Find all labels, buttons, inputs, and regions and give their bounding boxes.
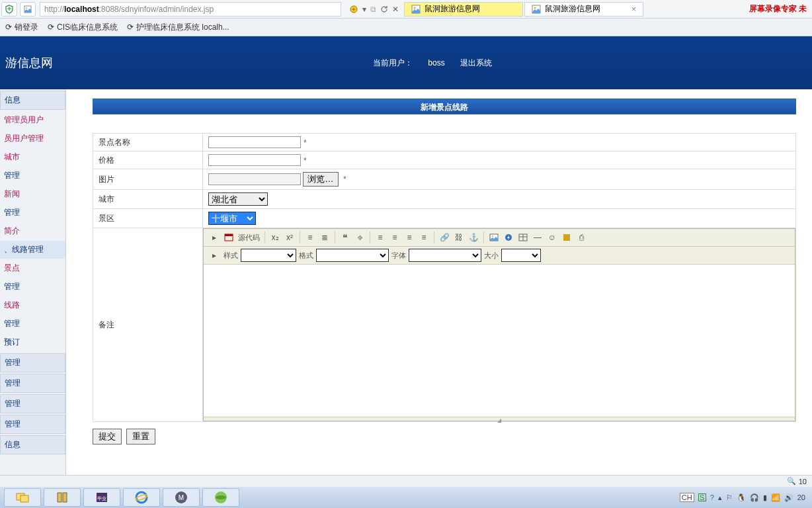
browse-button[interactable]: 浏览… [303, 172, 338, 187]
smiley-icon[interactable]: ☺ [546, 231, 559, 244]
sidebar-item[interactable]: 管理 [0, 374, 65, 393]
sidebar-item[interactable]: 城市 [0, 148, 65, 167]
fav-item[interactable]: ⟳CIS临床信息系统 [48, 22, 118, 33]
compat-icon[interactable] [349, 5, 358, 14]
price-input[interactable] [208, 154, 301, 166]
shield-icon[interactable] [1, 2, 17, 17]
sidebar-item[interactable]: 信息 [0, 435, 65, 454]
page-icon[interactable] [20, 2, 36, 17]
taskbar: 毕业 M CH S ? ▴ ⚐ 🐧 🎧 ▮ 📶 🔊 20 [0, 487, 812, 487]
quote-icon[interactable]: ❝ [339, 231, 352, 244]
collapse-icon[interactable]: ▸ [208, 231, 221, 244]
sidebar-item[interactable]: 简介 [0, 222, 65, 241]
scenic-select[interactable]: 十堰市 [208, 212, 256, 225]
main-content: 新增景点线路 景点名称 * 价格 * 图片 浏览… * 城市 湖北省 [66, 89, 812, 487]
sidebar-item[interactable]: 管理 [0, 394, 65, 413]
font-select[interactable] [409, 249, 481, 262]
dropdown-icon[interactable]: ▾ [362, 5, 366, 14]
form-table: 景点名称 * 价格 * 图片 浏览… * 城市 湖北省 景区 [93, 133, 796, 422]
svg-point-4 [414, 7, 416, 9]
app-header: 游信息网 当前用户： boss 退出系统 [0, 36, 812, 89]
submit-button[interactable]: 提交 [93, 429, 122, 444]
unlink-icon[interactable]: ⛓ [452, 231, 466, 244]
zoom-icon[interactable]: 🔍 [787, 477, 796, 486]
fav-icon: ⟳ [127, 22, 134, 32]
label-image: 图片 [93, 169, 203, 190]
editor-resize-handle[interactable]: ◢ [204, 417, 795, 421]
sidebar-item[interactable]: 管理 [0, 415, 65, 434]
panel-title: 新增景点线路 [93, 99, 796, 114]
sidebar-item[interactable]: 新闻 [0, 185, 65, 204]
name-input[interactable] [208, 136, 301, 148]
label-scenic: 景区 [93, 209, 203, 228]
fav-icon: ⟳ [5, 22, 12, 32]
stop-icon[interactable]: ✕ [392, 5, 399, 14]
current-user-label: 当前用户： [373, 58, 413, 67]
source-icon[interactable] [222, 231, 235, 244]
sidebar-item[interactable]: 管理 [0, 167, 65, 185]
image-icon[interactable] [487, 231, 501, 244]
specialchar-icon[interactable] [560, 231, 573, 244]
sidebar-item[interactable]: 、线路管理 [0, 241, 65, 259]
sidebar-item[interactable]: 景点 [0, 259, 65, 278]
link-icon[interactable]: 🔗 [438, 231, 451, 244]
svg-point-10 [492, 235, 493, 237]
browser-chrome: http://localhost:8088/sdnyinfow/admin/in… [0, 0, 812, 36]
align-left-icon[interactable]: ≡ [374, 231, 387, 244]
anchor-icon[interactable]: ⚓ [467, 231, 480, 244]
fav-item[interactable]: ⟳护理临床信息系统 localh... [127, 22, 229, 33]
refresh-icon[interactable] [380, 5, 388, 13]
tab-title: 鼠洞旅游信息网 [545, 3, 600, 15]
browser-tab[interactable]: 鼠洞旅游信息网 [404, 2, 523, 17]
sidebar-item[interactable]: 信息 [0, 91, 65, 110]
sidebar-item[interactable]: 管理 [0, 353, 65, 372]
logout-link[interactable]: 退出系统 [460, 58, 492, 67]
close-icon[interactable]: × [631, 5, 636, 14]
editor-toolbar-1: ▸ 源代码 x₂ x² ≡ ≣ ❝ ⎆ [204, 229, 795, 247]
browser-tab[interactable]: 鼠洞旅游信息网 × [524, 2, 643, 17]
reset-button[interactable]: 重置 [126, 429, 155, 444]
pagebreak-icon[interactable]: ⎙ [575, 231, 588, 244]
fav-item[interactable]: ⟳销登录 [5, 22, 38, 33]
current-user: boss [428, 58, 444, 67]
ol-icon[interactable]: ≡ [304, 231, 317, 244]
sidebar-item[interactable]: 预订 [0, 333, 65, 352]
div-icon[interactable]: ⎆ [353, 231, 366, 244]
header-user-info: 当前用户： boss 退出系统 [53, 58, 812, 69]
sidebar-item[interactable]: 管理 [0, 315, 65, 333]
editor-content[interactable] [204, 265, 795, 417]
image-path-input[interactable] [208, 173, 301, 185]
collapse-icon[interactable]: ▸ [208, 249, 221, 262]
align-right-icon[interactable]: ≡ [403, 231, 416, 244]
sup-icon[interactable]: x² [283, 231, 296, 244]
ul-icon[interactable]: ≣ [318, 231, 331, 244]
svg-point-1 [26, 7, 27, 9]
sidebar-item[interactable]: 管理员用户 [0, 111, 65, 130]
style-label: 样式 [223, 251, 238, 261]
main-layout: 信息管理员用户员用户管理城市管理新闻管理简介、线路管理景点管理线路管理预订管理管… [0, 89, 812, 487]
tab-title: 鼠洞旅游信息网 [425, 3, 480, 15]
sidebar-item[interactable]: 员用户管理 [0, 130, 65, 148]
sidebar-item[interactable]: 线路 [0, 296, 65, 315]
align-justify-icon[interactable]: ≡ [417, 231, 430, 244]
style-select[interactable] [241, 249, 296, 262]
flash-icon[interactable] [502, 231, 515, 244]
svg-point-6 [534, 7, 536, 9]
address-bar[interactable]: http://localhost:8088/sdnyinfow/admin/in… [40, 2, 341, 17]
addr-tools: ▾ ⧉ ✕ [349, 5, 399, 14]
format-select[interactable] [316, 249, 389, 262]
size-select[interactable] [501, 249, 541, 262]
sidebar-item[interactable]: 管理 [0, 278, 65, 296]
browser-tabs: 鼠洞旅游信息网 鼠洞旅游信息网 × [404, 2, 645, 17]
address-row: http://localhost:8088/sdnyinfow/admin/in… [0, 0, 812, 19]
rss-icon[interactable]: ⧉ [370, 5, 376, 14]
city-select[interactable]: 湖北省 [208, 192, 268, 206]
browser-statusbar: 🔍 10 [0, 475, 812, 487]
hr-icon[interactable]: — [531, 231, 544, 244]
table-icon[interactable] [516, 231, 530, 244]
sub-icon[interactable]: x₂ [268, 231, 282, 244]
label-city: 城市 [93, 190, 203, 209]
sidebar-item[interactable]: 管理 [0, 204, 65, 222]
align-center-icon[interactable]: ≡ [388, 231, 401, 244]
source-label[interactable]: 源代码 [238, 233, 260, 243]
